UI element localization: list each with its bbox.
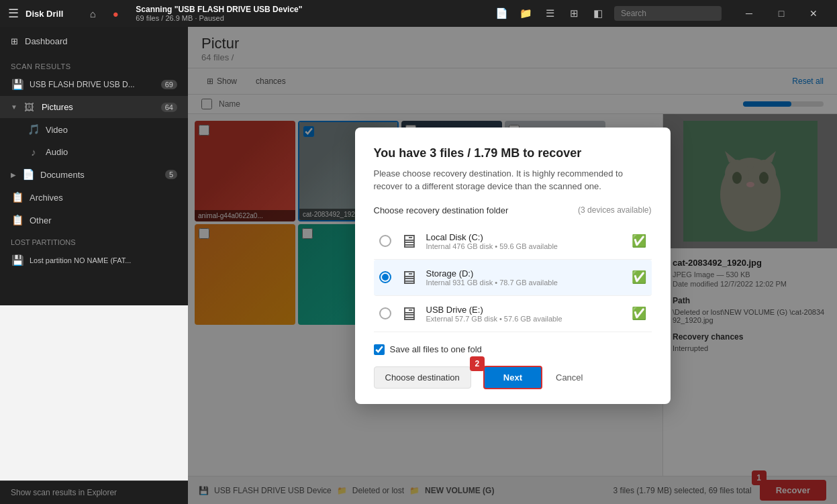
- content-area: Pictur 64 files / ⊞ Show chances Reset a…: [188, 27, 837, 504]
- recovery-modal: You have 3 files / 1.79 MB to recover Pl…: [355, 128, 671, 404]
- save-label: Save all files to one fold: [390, 344, 482, 354]
- archives-icon: 📋: [11, 191, 24, 203]
- sidebar-item-audio[interactable]: ♪ Audio: [0, 141, 188, 163]
- folder-toolbar-icon[interactable]: 📁: [515, 3, 536, 24]
- sidebar-item-usb-drive[interactable]: 💾 USB FLASH DRIVE USB D... 69: [0, 73, 188, 96]
- drive-option-d[interactable]: 🖥 Storage (D:) Internal 931 GB disk • 78…: [374, 260, 652, 296]
- scan-title: Scanning "USB FLASH DRIVE USB Device": [136, 5, 302, 14]
- record-nav-icon[interactable]: ●: [106, 4, 125, 23]
- drive-e-detail: External 57.7 GB disk • 57.6 GB availabl…: [426, 315, 624, 323]
- scan-results-label: Scan results: [0, 56, 188, 73]
- sidebar: ⊞ Dashboard Scan results 💾 USB FLASH DRI…: [0, 27, 188, 305]
- maximize-button[interactable]: □: [766, 3, 797, 23]
- sidebar-item-archives[interactable]: 📋 Archives: [0, 186, 188, 209]
- list-toolbar-icon[interactable]: ☰: [539, 3, 560, 24]
- drive-d-info: Storage (D:) Internal 931 GB disk • 78.7…: [426, 268, 624, 287]
- preview-toolbar-icon[interactable]: ◧: [587, 3, 609, 24]
- radio-inner-d: [382, 274, 389, 281]
- sidebar-archives-label: Archives: [30, 193, 63, 203]
- sidebar-item-pictures[interactable]: ▼ 🖼 Pictures 64: [0, 96, 188, 118]
- app-name: Disk Drill: [26, 9, 63, 19]
- dashboard-label: Dashboard: [25, 36, 68, 46]
- sidebar-documents-label: Documents: [40, 170, 85, 180]
- sidebar-video-label: Video: [46, 125, 68, 135]
- sidebar-other-label: Other: [30, 215, 52, 225]
- documents-icon: 📄: [21, 168, 35, 181]
- modal-overlay: You have 3 files / 1.79 MB to recover Pl…: [188, 27, 837, 504]
- dashboard-icon: ⊞: [11, 36, 18, 46]
- pictures-icon: 🖼: [23, 101, 36, 113]
- drive-c-check: ✅: [632, 234, 646, 248]
- save-row: Save all files to one fold: [374, 344, 652, 355]
- sidebar-dashboard[interactable]: ⊞ Dashboard: [0, 27, 188, 56]
- sidebar-wrapper: ⊞ Dashboard Scan results 💾 USB FLASH DRI…: [0, 27, 188, 504]
- next-button-wrapper: 2 Next: [478, 366, 542, 389]
- drive-d-name: Storage (D:): [426, 268, 624, 279]
- expand-icon: ▼: [11, 103, 17, 111]
- documents-badge: 5: [165, 170, 177, 179]
- drive-option-c[interactable]: 🖥 Local Disk (C:) Internal 476 GB disk •…: [374, 223, 652, 260]
- modal-actions: Choose destination 2 Next Cancel: [374, 366, 652, 389]
- save-checkbox[interactable]: [374, 344, 385, 355]
- show-scan-results-button[interactable]: Show scan results in Explorer: [0, 481, 188, 504]
- lost-partitions-section: Lost partitions: [0, 232, 188, 249]
- drive-c-detail: Internal 476 GB disk • 59.6 GB available: [426, 242, 624, 250]
- home-nav-icon[interactable]: ⌂: [83, 4, 102, 23]
- search-input[interactable]: [614, 6, 722, 21]
- nav-icons: ⌂ ●: [83, 4, 125, 23]
- minimize-button[interactable]: ─: [734, 3, 765, 23]
- drive-e-name: USB Drive (E:): [426, 305, 624, 315]
- usb-drive-icon: 💾: [11, 79, 24, 91]
- sidebar-item-video[interactable]: 🎵 Video: [0, 118, 188, 141]
- devices-note: (3 devices available): [578, 205, 651, 215]
- sidebar-usb-label: USB FLASH DRIVE USB D...: [30, 80, 135, 89]
- title-bar: ☰ Disk Drill ⌂ ● Scanning "USB FLASH DRI…: [0, 0, 837, 27]
- drive-option-e[interactable]: 🖥 USB Drive (E:) External 57.7 GB disk •…: [374, 296, 652, 332]
- cancel-button[interactable]: Cancel: [549, 367, 589, 388]
- lost-partition-label: Lost partition NO NAME (FAT...: [30, 256, 131, 264]
- step-badge-next: 2: [470, 356, 485, 371]
- usb-badge: 69: [161, 80, 177, 89]
- scan-info: Scanning "USB FLASH DRIVE USB Device" 69…: [136, 5, 302, 22]
- scan-subtitle: 69 files / 26.9 MB · Paused: [136, 14, 302, 22]
- drive-c-icon: 🖥: [399, 230, 418, 252]
- lost-partition-icon: 💾: [11, 254, 24, 266]
- expand-docs-icon: ▶: [11, 171, 16, 179]
- sidebar-pictures-label: Pictures: [42, 102, 73, 112]
- drive-e-check: ✅: [632, 306, 646, 321]
- grid-toolbar-icon[interactable]: ⊞: [563, 3, 585, 24]
- radio-e: [379, 307, 391, 319]
- modal-title: You have 3 files / 1.79 MB to recover: [374, 146, 652, 160]
- close-button[interactable]: ✕: [798, 3, 829, 23]
- drive-e-icon: 🖥: [399, 303, 418, 325]
- menu-icon[interactable]: ☰: [8, 6, 19, 21]
- drive-d-icon: 🖥: [399, 266, 418, 289]
- window-controls: ─ □ ✕: [734, 3, 829, 23]
- sidebar-audio-label: Audio: [46, 147, 68, 157]
- drive-d-detail: Internal 931 GB disk • 78.7 GB available: [426, 279, 624, 287]
- sidebar-item-other[interactable]: 📋 Other: [0, 209, 188, 232]
- sidebar-item-documents[interactable]: ▶ 📄 Documents 5: [0, 163, 188, 186]
- pictures-badge: 64: [161, 103, 177, 112]
- file-toolbar-icon[interactable]: 📄: [491, 3, 512, 24]
- other-icon: 📋: [11, 214, 24, 226]
- modal-section-header: Choose recovery destination folder (3 de…: [374, 205, 652, 215]
- radio-d: [379, 271, 391, 283]
- drive-d-check: ✅: [632, 270, 646, 285]
- main-layout: ⊞ Dashboard Scan results 💾 USB FLASH DRI…: [0, 27, 837, 504]
- drive-c-info: Local Disk (C:) Internal 476 GB disk • 5…: [426, 232, 624, 250]
- audio-icon: ♪: [27, 146, 40, 158]
- toolbar-icons: 📄 📁 ☰ ⊞ ◧: [491, 3, 609, 24]
- video-icon: 🎵: [27, 123, 40, 136]
- modal-description: Please choose recovery destination. It i…: [374, 167, 652, 193]
- drive-c-name: Local Disk (C:): [426, 232, 624, 242]
- sidebar-item-lost-partition[interactable]: 💾 Lost partition NO NAME (FAT...: [0, 249, 188, 272]
- title-bar-center: ⌂ ● Scanning "USB FLASH DRIVE USB Device…: [83, 3, 722, 24]
- drive-e-info: USB Drive (E:) External 57.7 GB disk • 5…: [426, 305, 624, 323]
- radio-c: [379, 235, 391, 247]
- choose-destination-button[interactable]: Choose destination: [374, 366, 471, 389]
- next-button[interactable]: Next: [483, 366, 542, 389]
- choose-folder-label: Choose recovery destination folder: [374, 205, 509, 215]
